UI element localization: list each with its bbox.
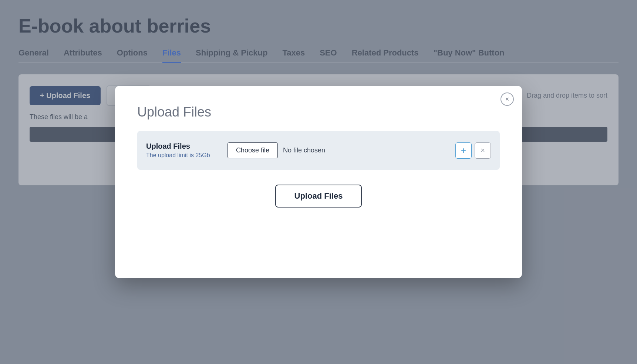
choose-file-button[interactable]: Choose file	[228, 142, 278, 158]
modal-close-button[interactable]: ×	[500, 92, 514, 106]
no-file-chosen-text: No file chosen	[283, 146, 325, 154]
add-row-button[interactable]: +	[455, 142, 472, 159]
upload-row-label: Upload Files The upload limit is 25Gb	[146, 142, 220, 159]
upload-files-modal: × Upload Files Upload Files The upload l…	[115, 86, 522, 278]
modal-submit-button[interactable]: Upload Files	[275, 185, 362, 208]
file-input-wrapper: Choose file No file chosen	[228, 142, 448, 158]
remove-row-button[interactable]: ×	[475, 142, 491, 159]
modal-title: Upload Files	[137, 104, 500, 120]
upload-label-title: Upload Files	[146, 142, 220, 151]
upload-limit-text: The upload limit is 25Gb	[146, 152, 220, 159]
modal-overlay: × Upload Files Upload Files The upload l…	[0, 0, 637, 364]
upload-row-container: Upload Files The upload limit is 25Gb Ch…	[137, 131, 500, 170]
upload-row: Upload Files The upload limit is 25Gb Ch…	[146, 142, 491, 159]
row-actions: + ×	[455, 142, 491, 159]
